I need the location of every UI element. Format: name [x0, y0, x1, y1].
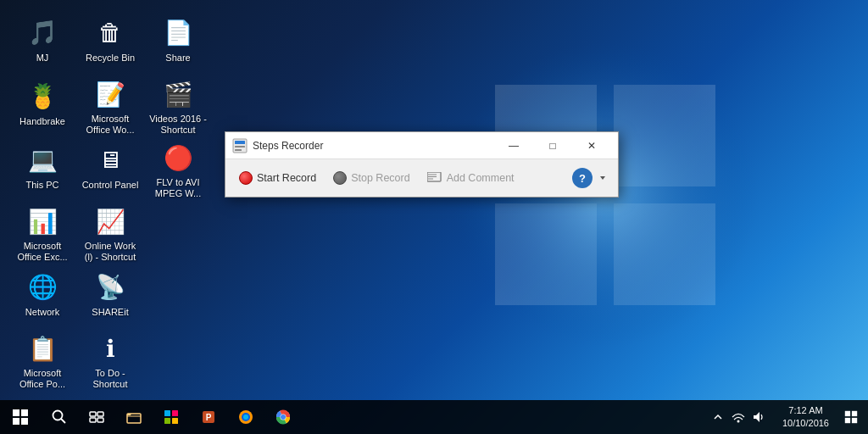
dropdown-button[interactable] — [594, 168, 611, 188]
start-button[interactable] — [0, 400, 41, 434]
svg-point-32 — [737, 420, 739, 423]
steps-recorder-window: Steps Recorder — □ ✕ Start Record Stop R… — [225, 131, 619, 198]
add-comment-button[interactable]: Add Comment — [420, 169, 521, 187]
svg-rect-36 — [852, 418, 857, 423]
desktop-icon-powerpoint-label: Microsoft Office Po... — [12, 368, 73, 390]
file-explorer-button[interactable] — [115, 400, 153, 434]
desktop-icon-mj[interactable]: 🎵 MJ — [8, 8, 76, 72]
minimize-button[interactable]: — — [494, 132, 533, 159]
maximize-button[interactable]: □ — [533, 132, 572, 159]
desktop-icon-shareit[interactable]: 📡 SHAREit — [76, 263, 144, 326]
svg-rect-10 — [21, 409, 28, 416]
desktop-icon-powerpoint[interactable]: 📋 Microsoft Office Po... — [8, 326, 76, 390]
desktop-icon-excel[interactable]: 📊 Microsoft Office Exc... — [8, 199, 76, 263]
svg-point-31 — [281, 415, 286, 420]
desktop-icon-cpanel-label: Control Panel — [82, 180, 139, 191]
svg-text:P: P — [206, 413, 212, 422]
desktop-icon-excel-label: Microsoft Office Exc... — [12, 241, 73, 263]
svg-rect-4 — [235, 149, 242, 151]
svg-rect-15 — [90, 412, 96, 416]
desktop-icon-todo-label: To Do - Shortcut — [80, 368, 141, 390]
clock-date: 10/10/2016 — [782, 417, 829, 430]
svg-rect-18 — [97, 418, 103, 422]
chrome-button[interactable] — [264, 400, 302, 434]
taskbar: P — [0, 400, 868, 434]
desktop-icon-online-work[interactable]: 📈 Online Work (l) - Shortcut — [76, 199, 144, 263]
desktop-icon-videos-label: Videos 2016 - Shortcut — [147, 114, 209, 136]
svg-rect-20 — [164, 410, 170, 416]
start-record-label: Start Record — [257, 172, 316, 184]
svg-rect-3 — [235, 146, 245, 147]
desktop-icon-flv-label: FLV to AVI MPEG W... — [147, 177, 209, 199]
taskbar-app1-button[interactable]: P — [190, 400, 227, 434]
desktop-icon-online-work-label: Online Work (l) - Shortcut — [80, 241, 141, 263]
notification-button[interactable] — [837, 400, 865, 434]
task-view-button[interactable] — [78, 400, 115, 434]
svg-rect-11 — [13, 418, 19, 425]
network-icon[interactable] — [730, 409, 747, 426]
desktop-icon-thispc-label: This PC — [25, 180, 58, 191]
desktop-icon-share-label: Share — [165, 53, 190, 64]
svg-line-14 — [61, 419, 65, 423]
desktop-icon-todo[interactable]: ℹ To Do - Shortcut — [76, 326, 144, 390]
svg-rect-22 — [164, 418, 170, 424]
stop-record-label: Stop Record — [351, 172, 409, 184]
svg-rect-35 — [845, 418, 850, 423]
search-button[interactable] — [41, 400, 78, 434]
svg-rect-12 — [21, 418, 28, 425]
desktop-icon-word-label: Microsoft Office Wo... — [80, 114, 141, 136]
stop-dot-icon — [333, 171, 347, 185]
svg-point-13 — [53, 411, 63, 420]
firefox-button[interactable] — [227, 400, 264, 434]
desktop-icon-share[interactable]: 📄 Share — [144, 8, 212, 72]
desktop-icon-videos[interactable]: 🎬 Videos 2016 - Shortcut — [144, 72, 212, 136]
svg-rect-2 — [235, 141, 245, 144]
window-titlebar: Steps Recorder — □ ✕ — [225, 132, 618, 159]
svg-rect-34 — [852, 411, 857, 416]
desktop-icon-shareit-label: SHAREit — [92, 307, 128, 318]
close-button[interactable]: ✕ — [572, 132, 611, 159]
svg-rect-17 — [90, 418, 96, 422]
desktop-icon-recycle[interactable]: 🗑 Recycle Bin — [76, 8, 144, 72]
chevron-up-icon[interactable] — [709, 409, 726, 426]
desktop-icon-thispc[interactable]: 💻 This PC — [8, 136, 76, 199]
desktop-icon-recycle-label: Recycle Bin — [86, 53, 135, 64]
desktop-icons-container: 🎵 MJ 🍍 Handbrake 💻 This PC 📊 Microsoft O… — [8, 8, 212, 390]
clock-time: 7:12 AM — [788, 404, 822, 417]
svg-rect-21 — [172, 410, 178, 416]
systray — [703, 409, 774, 426]
help-button[interactable]: ? — [572, 168, 593, 188]
svg-rect-9 — [13, 409, 19, 416]
desktop-icon-cpanel[interactable]: 🖥 Control Panel — [76, 136, 144, 199]
desktop-icon-network[interactable]: 🌐 Network — [8, 263, 76, 326]
volume-icon[interactable] — [750, 409, 767, 426]
store-button[interactable] — [153, 400, 190, 434]
desktop-icon-handbrake-label: Handbrake — [19, 116, 65, 127]
desktop-icon-flv[interactable]: 🔴 FLV to AVI MPEG W... — [144, 136, 212, 199]
add-comment-label: Add Comment — [447, 172, 515, 184]
taskbar-clock[interactable]: 7:12 AM 10/10/2016 — [774, 400, 837, 434]
window-title: Steps Recorder — [253, 140, 494, 152]
svg-rect-23 — [172, 418, 178, 424]
steps-recorder-icon — [232, 138, 248, 153]
svg-point-28 — [243, 415, 248, 420]
svg-rect-33 — [845, 411, 850, 416]
taskbar-right: 7:12 AM 10/10/2016 — [703, 400, 868, 434]
desktop-icon-network-label: Network — [25, 307, 59, 318]
desktop-icon-mj-label: MJ — [36, 53, 49, 64]
stop-record-button[interactable]: Stop Record — [326, 168, 416, 188]
comment-icon — [427, 172, 442, 184]
desktop-icon-word[interactable]: 📝 Microsoft Office Wo... — [76, 72, 144, 136]
window-controls: — □ ✕ — [494, 132, 611, 159]
start-record-button[interactable]: Start Record — [232, 168, 323, 188]
window-toolbar: Start Record Stop Record Add Comment — [225, 159, 618, 197]
record-dot-icon — [239, 171, 253, 185]
svg-rect-16 — [97, 412, 103, 416]
desktop-icon-handbrake[interactable]: 🍍 Handbrake — [8, 72, 76, 136]
toolbar-right: ? — [572, 168, 611, 188]
desktop: 🎵 MJ 🍍 Handbrake 💻 This PC 📊 Microsoft O… — [0, 0, 868, 434]
